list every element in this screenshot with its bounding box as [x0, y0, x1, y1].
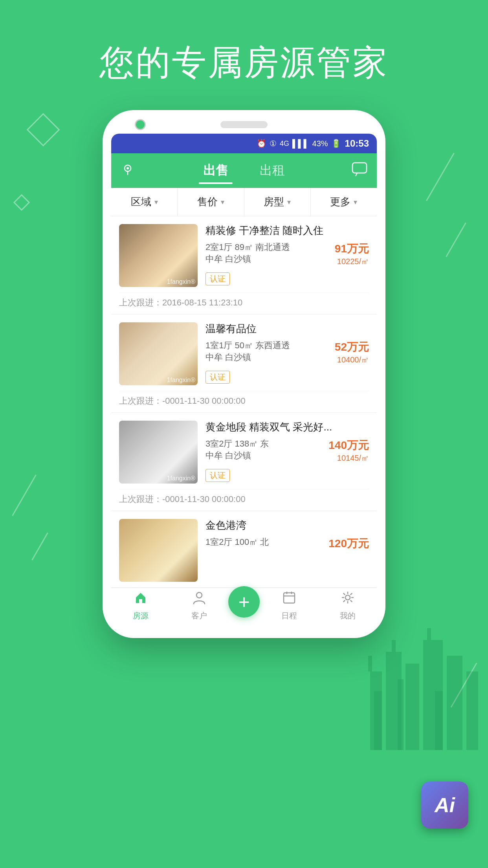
listing-location-1: 中牟 白沙镇	[205, 253, 290, 265]
nav-item-house[interactable]: 房源	[111, 590, 170, 621]
listing-info-1: 精装修 干净整洁 随时入住 2室1厅 89㎡ 南北通透 中牟 白沙镇 91万元 …	[205, 224, 369, 287]
house-icon	[134, 590, 148, 608]
sim-icon: ①	[270, 139, 277, 148]
phone-screen: ⏰ ① 4G ▌▌▌ 43% 🔋 10:53	[111, 134, 377, 627]
status-icons: ⏰ ① 4G ▌▌▌ 43% 🔋	[257, 139, 341, 148]
nav-label-schedule: 日程	[281, 611, 297, 621]
filter-room-type-arrow: ▾	[287, 198, 291, 206]
listing-price-3: 140万元	[328, 438, 369, 453]
decoration-diamond-1	[27, 113, 60, 147]
svg-point-13	[127, 167, 129, 169]
listing-image-4	[119, 519, 198, 582]
svg-rect-14	[352, 163, 367, 173]
listing-title-4: 金色港湾	[205, 519, 369, 532]
location-icon[interactable]	[121, 162, 135, 180]
battery-label: 43%	[312, 139, 328, 148]
ai-badge[interactable]: Ai	[421, 782, 468, 829]
nav-tabs: 出售 出租	[187, 157, 301, 184]
svg-rect-4	[405, 664, 419, 750]
svg-rect-10	[398, 679, 404, 750]
nav-label-house: 房源	[133, 611, 149, 621]
nav-item-add[interactable]: +	[228, 594, 260, 618]
watermark-3: 1fangxin®	[167, 475, 195, 482]
nav-item-clients[interactable]: 客户	[170, 590, 228, 621]
listing-title-1: 精装修 干净整洁 随时入住	[205, 224, 369, 237]
svg-rect-7	[447, 656, 462, 750]
decoration-line-4	[31, 533, 48, 561]
listing-image-1: 1fangxin®	[119, 224, 198, 287]
listing-price-per-1: 10225/㎡	[335, 256, 369, 267]
listing-container: 1fangxin® 精装修 干净整洁 随时入住 2室1厅 89㎡ 南北通透 中牟…	[111, 216, 377, 588]
svg-point-18	[345, 595, 350, 600]
nav-label-mine: 我的	[340, 611, 356, 621]
filter-more[interactable]: 更多 ▾	[311, 188, 377, 216]
listing-rooms-3: 3室2厅 138㎡ 东	[205, 438, 269, 450]
decoration-diamond-2	[13, 194, 30, 211]
listing-follow-1: 上次跟进：2016-08-15 11:23:10	[119, 292, 369, 314]
status-bar: ⏰ ① 4G ▌▌▌ 43% 🔋 10:53	[111, 134, 377, 153]
phone-mockup: ⏰ ① 4G ▌▌▌ 43% 🔋 10:53	[103, 110, 385, 638]
listing-location-3: 中牟 白沙镇	[205, 450, 269, 462]
nav-label-clients: 客户	[191, 611, 207, 621]
listing-item[interactable]: 1fangxin® 黄金地段 精装双气 采光好... 3室2厅 138㎡ 东 中…	[111, 413, 377, 511]
listing-follow-3: 上次跟进：-0001-11-30 00:00:00	[119, 489, 369, 511]
status-time: 10:53	[345, 138, 369, 149]
filter-price[interactable]: 售价 ▾	[178, 188, 244, 216]
schedule-icon	[282, 590, 296, 608]
svg-rect-6	[427, 628, 431, 640]
svg-rect-11	[435, 691, 443, 750]
filter-area-arrow: ▾	[154, 198, 158, 206]
clients-icon	[192, 590, 206, 608]
tab-sale[interactable]: 出售	[187, 157, 244, 184]
filter-bar: 区域 ▾ 售价 ▾ 房型 ▾ 更多 ▾	[111, 188, 377, 216]
listing-item[interactable]: 1fangxin® 精装修 干净整洁 随时入住 2室1厅 89㎡ 南北通透 中牟…	[111, 216, 377, 314]
listing-rooms-1: 2室1厅 89㎡ 南北通透	[205, 241, 290, 253]
svg-rect-3	[392, 640, 396, 652]
battery-icon: 🔋	[331, 139, 341, 148]
listing-rooms-2: 1室1厅 50㎡ 东西通透	[205, 340, 290, 351]
listing-badge-2: 认证	[205, 371, 230, 384]
filter-more-arrow: ▾	[354, 198, 357, 206]
phone-camera	[135, 119, 146, 130]
nav-item-schedule[interactable]: 日程	[260, 590, 318, 621]
settings-icon	[341, 590, 355, 608]
signal-icon: ▌▌▌	[292, 139, 309, 148]
filter-room-type[interactable]: 房型 ▾	[244, 188, 311, 216]
listing-price-per-2: 10400/㎡	[335, 355, 369, 365]
svg-rect-15	[139, 599, 142, 603]
phone-speaker	[220, 121, 268, 128]
listing-info-2: 温馨有品位 1室1厅 50㎡ 东西通透 中牟 白沙镇 52万元 10400/㎡	[205, 322, 369, 385]
add-button[interactable]: +	[228, 586, 260, 618]
listing-follow-2: 上次跟进：-0001-11-30 00:00:00	[119, 391, 369, 412]
listing-badge-1: 认证	[205, 272, 230, 285]
add-icon: +	[238, 592, 250, 612]
listing-price-1: 91万元	[335, 241, 369, 256]
listing-price-4: 120万元	[328, 536, 369, 551]
svg-rect-9	[374, 691, 382, 750]
svg-rect-17	[284, 593, 295, 603]
phone-top-bar	[111, 121, 377, 128]
filter-price-arrow: ▾	[221, 198, 224, 206]
listing-image-3: 1fangxin®	[119, 421, 198, 484]
alarm-icon: ⏰	[257, 139, 266, 148]
filter-area[interactable]: 区域 ▾	[111, 188, 178, 216]
listing-price-per-3: 10145/㎡	[328, 453, 369, 463]
nav-item-mine[interactable]: 我的	[318, 590, 377, 621]
chat-icon[interactable]	[352, 162, 367, 180]
svg-point-16	[196, 592, 202, 598]
listing-item[interactable]: 金色港湾 1室2厅 100㎡ 北 120万元	[111, 511, 377, 588]
watermark-2: 1fangxin®	[167, 377, 195, 384]
listing-info-3: 黄金地段 精装双气 采光好... 3室2厅 138㎡ 东 中牟 白沙镇 140万…	[205, 421, 369, 484]
svg-rect-1	[368, 656, 372, 671]
listing-title-2: 温馨有品位	[205, 322, 369, 336]
watermark-1: 1fangxin®	[167, 278, 195, 285]
listing-item[interactable]: 1fangxin® 温馨有品位 1室1厅 50㎡ 东西通透 中牟 白沙镇 52万	[111, 314, 377, 413]
listing-image-2: 1fangxin®	[119, 322, 198, 385]
decoration-line-2	[446, 223, 466, 257]
bg-title: 您的专属房源管家	[0, 39, 488, 86]
listing-location-2: 中牟 白沙镇	[205, 351, 290, 363]
tab-rent[interactable]: 出租	[244, 157, 301, 184]
listing-title-3: 黄金地段 精装双气 采光好...	[205, 421, 369, 434]
decoration-line-1	[426, 153, 455, 201]
nav-bar: 出售 出租	[111, 153, 377, 188]
